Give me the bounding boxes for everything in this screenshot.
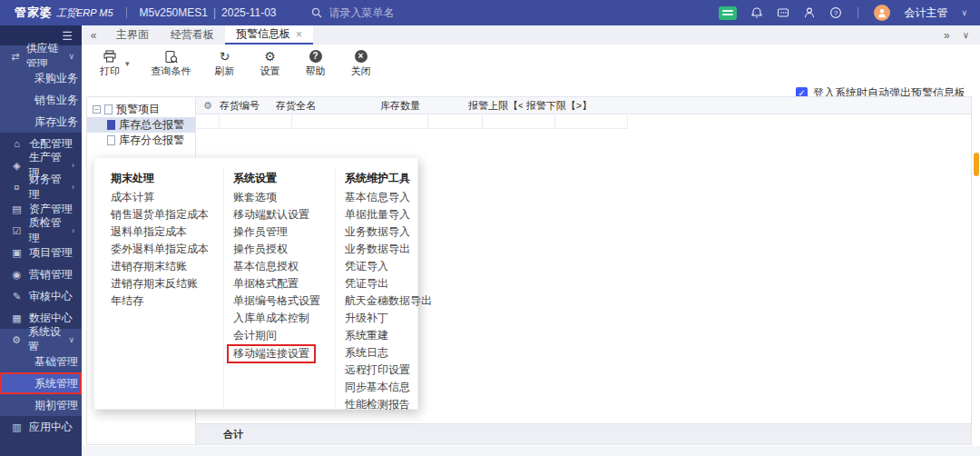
collapse-icon[interactable]: − (93, 105, 101, 114)
tab-dashboard[interactable]: 经营看板 (160, 25, 225, 45)
close-button[interactable]: × 关闭 (349, 49, 373, 78)
menu-item[interactable]: 进销存期末反结账 (111, 275, 212, 292)
sidebar-item-project[interactable]: ▣项目管理 (0, 242, 82, 263)
sidebar-item-system-settings[interactable]: ⚙系统设置∨ (0, 329, 82, 351)
menu-item[interactable]: 入库单成本控制 (233, 310, 324, 327)
table-cell (196, 114, 220, 129)
menu-item[interactable]: 单据批量导入 (345, 206, 439, 223)
tree-root-alert-items[interactable]: − 预警项目 (87, 102, 195, 117)
sidebar-item-label: 销售业务 (34, 93, 78, 108)
query-conditions-button[interactable]: 查询条件 (152, 49, 191, 78)
app-badge-icon[interactable] (719, 6, 737, 20)
finance-icon: ¤ (10, 182, 24, 193)
help-icon[interactable]: ? (829, 6, 842, 19)
alert-panel: − 预警项目 库存总仓报警 库存分仓报警 ⚙ 存货编号存货全名库存数量报警上限【… (86, 96, 972, 445)
sidebar-item-app-center[interactable]: ▥应用中心 (0, 416, 82, 438)
chevron-down-icon: ∨ (68, 335, 74, 344)
menu-item[interactable]: 基本信息授权 (233, 258, 324, 275)
table-header: ⚙ 存货编号存货全名库存数量报警上限【<=】报警下限【>】 (196, 97, 971, 114)
sidebar-item-label: 资产管理 (29, 202, 73, 217)
user-icon[interactable] (803, 6, 816, 19)
logo-suffix: 工贸ERP M5 (56, 6, 113, 20)
tab-main[interactable]: 主界面 (105, 25, 160, 45)
notification-icon[interactable] (750, 6, 763, 19)
tree-item-sub-warehouse-alert[interactable]: 库存分仓报警 (87, 133, 195, 148)
settings-button[interactable]: ⚙ 设置 (259, 49, 282, 78)
menu-item[interactable]: 退料单指定成本 (111, 223, 212, 241)
more-tabs-icon[interactable]: » (944, 29, 950, 42)
sidebar-item-supply-chain[interactable]: ⇄供应链管理∨ (0, 45, 82, 67)
scroll-tabs-left-button[interactable]: « (82, 25, 105, 45)
menu-item[interactable]: 系统日志 (345, 344, 439, 362)
menu-item[interactable]: 远程打印设置 (345, 362, 439, 379)
menu-item[interactable]: 委外退料单指定成本 (111, 241, 212, 258)
menu-item[interactable]: 升级补丁 (345, 310, 439, 327)
workspace-name: M5v250MES1 (140, 6, 208, 19)
production-icon: ◈ (10, 160, 24, 172)
sidebar-item-label: 库存业务 (34, 114, 78, 130)
table-columns: 存货编号存货全名库存数量报警上限【<=】报警下限【>】 (220, 99, 595, 113)
sidebar-item-basic-management[interactable]: 基础管理 (0, 351, 82, 372)
svg-text:?: ? (834, 9, 838, 17)
tab-label: 主界面 (116, 27, 149, 43)
menu-item[interactable]: 销售退货单指定成本 (111, 206, 212, 223)
sidebar-item-finance[interactable]: ¤财务管理› (0, 176, 82, 198)
menu-item[interactable]: 移动端默认设置 (233, 206, 324, 223)
sidebar-item-inventory[interactable]: 库存业务 (0, 111, 82, 133)
print-label: 打印 (100, 64, 120, 78)
help-button[interactable]: ? 帮助 (304, 49, 328, 78)
refresh-button[interactable]: ↻ 刷新 (213, 49, 237, 78)
header-divider (858, 7, 858, 18)
menu-item[interactable]: 凭证导入 (345, 258, 439, 275)
bottom-strip (82, 446, 980, 456)
menu-item[interactable]: 业务数据导入 (345, 223, 439, 241)
column-header: 存货全名 (260, 99, 332, 113)
menu-item[interactable]: 年结存 (111, 292, 212, 310)
scrollbar-thumb[interactable] (974, 153, 979, 176)
project-icon: ▣ (10, 247, 24, 259)
print-button[interactable]: 打印 (98, 49, 122, 78)
tree-item-label: 库存分仓报警 (119, 133, 184, 148)
print-dropdown-icon[interactable]: ▾ (125, 59, 130, 68)
search-input[interactable] (328, 5, 431, 20)
chevron-down-icon: ∨ (68, 52, 74, 61)
menu-item[interactable]: 业务数据导出 (345, 241, 439, 258)
sidebar-item-marketing[interactable]: ◉营销管理 (0, 263, 82, 285)
message-icon[interactable] (777, 6, 789, 19)
menu-item[interactable]: 性能检测报告 (345, 396, 439, 413)
tab-alert-board[interactable]: 预警信息板× (225, 25, 313, 45)
menu-item[interactable]: 凭证导出 (345, 275, 439, 292)
menu-item[interactable]: 会计期间 (233, 327, 324, 344)
menu-item[interactable]: 操作员授权 (233, 241, 324, 258)
table-cell (220, 114, 292, 129)
menu-item[interactable]: 成本计算 (111, 189, 212, 206)
column-settings-icon[interactable]: ⚙ (196, 100, 220, 112)
sidebar-item-initial-management[interactable]: 期初管理 (0, 394, 82, 416)
sidebar-item-system-management[interactable]: 系统管理 (0, 372, 82, 394)
menu-item[interactable]: 操作员管理 (233, 223, 324, 241)
menu-item[interactable]: 系统重建 (345, 327, 439, 344)
workspace-title: M5v250MES1 | 2025-11-03 (140, 6, 277, 19)
menu-item[interactable]: 账套选项 (233, 189, 324, 206)
close-tab-icon[interactable]: × (296, 28, 302, 41)
tab-list-dropdown-icon[interactable]: ∨ (963, 30, 969, 40)
sidebar-item-label: 期初管理 (34, 398, 78, 413)
menu-item[interactable]: 进销存期末结账 (111, 258, 212, 275)
sidebar-item-sales[interactable]: 销售业务 (0, 89, 82, 111)
menu-item[interactable]: 航天金穗数据导出 (345, 292, 439, 310)
menu-item[interactable]: 单据格式配置 (233, 275, 324, 292)
menu-item[interactable]: 基本信息导入 (345, 189, 439, 206)
sidebar-item-quality[interactable]: ☑质检管理› (0, 220, 82, 242)
sidebar-item-audit[interactable]: ✎审核中心 (0, 285, 82, 307)
menu-item[interactable]: 单据编号格式设置 (233, 292, 324, 310)
column-header: 库存数量 (332, 99, 468, 113)
avatar[interactable] (874, 5, 890, 21)
sidebar-item-purchase[interactable]: 采购业务 (0, 67, 82, 89)
warehouse-icon: ⌂ (10, 138, 24, 149)
menu-item-mobile-connection-settings[interactable]: 移动端连接设置 (227, 344, 316, 363)
user-role-label[interactable]: 会计主管 (904, 5, 947, 21)
chevron-down-icon[interactable]: ∨ (961, 8, 967, 17)
menu-item[interactable]: 同步基本信息 (345, 379, 439, 396)
tree-item-total-warehouse-alert[interactable]: 库存总仓报警 (87, 117, 195, 133)
menu-section-title: 期末处理 (111, 169, 212, 187)
